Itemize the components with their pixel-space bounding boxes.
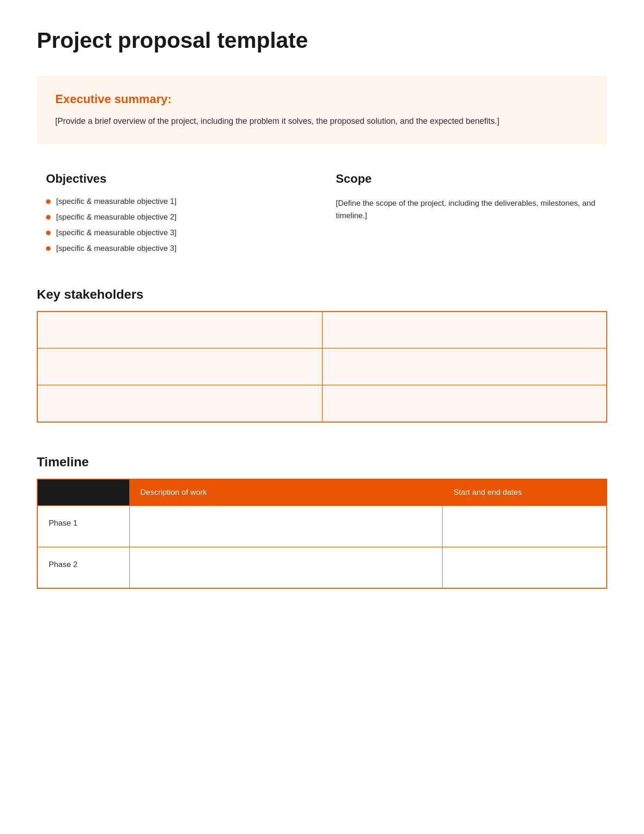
objective-text: [specific & measurable objective 3]: [56, 228, 177, 237]
timeline-phase1-dates[interactable]: [443, 505, 607, 547]
timeline-phase2-row: Phase 2: [37, 547, 607, 588]
timeline-section: Timeline Description of work Start and e…: [37, 455, 607, 589]
objective-text: [specific & measurable objective 1]: [56, 197, 177, 206]
scope-column: Scope [Define the scope of the project, …: [336, 172, 598, 260]
objectives-title: Objectives: [46, 172, 308, 186]
stakeholder-col2[interactable]: [322, 385, 607, 422]
page-title: Project proposal template: [37, 28, 607, 53]
executive-summary-text: [Provide a brief overview of the project…: [55, 115, 589, 128]
objective-text: [specific & measurable objective 3]: [56, 244, 177, 253]
list-item: [specific & measurable objective 1]: [46, 197, 308, 206]
bullet-icon: [46, 199, 51, 204]
timeline-phase1-label: Phase 1: [37, 505, 129, 547]
timeline-phase1-description[interactable]: [129, 505, 443, 547]
stakeholder-col1[interactable]: [37, 385, 322, 422]
timeline-phase2-dates[interactable]: [443, 547, 607, 588]
table-row: [37, 385, 607, 422]
bullet-icon: [46, 215, 51, 220]
timeline-header-row: Description of work Start and end dates: [37, 479, 607, 506]
bullet-icon: [46, 246, 51, 251]
bullet-icon: [46, 231, 51, 235]
timeline-header-description: Description of work: [129, 479, 443, 506]
scope-text: [Define the scope of the project, includ…: [336, 197, 598, 222]
table-row: [37, 312, 607, 348]
stakeholder-col2[interactable]: [322, 312, 607, 348]
objective-text: [specific & measurable objective 2]: [56, 213, 177, 222]
key-stakeholders-section: Key stakeholders: [37, 287, 607, 423]
key-stakeholders-title: Key stakeholders: [37, 287, 607, 302]
list-item: [specific & measurable objective 3]: [46, 244, 308, 253]
scope-title: Scope: [336, 172, 598, 186]
list-item: [specific & measurable objective 2]: [46, 213, 308, 222]
timeline-phase2-description[interactable]: [129, 547, 443, 588]
stakeholder-col1[interactable]: [37, 348, 322, 385]
table-row: [37, 348, 607, 385]
timeline-phase2-label: Phase 2: [37, 547, 129, 588]
timeline-phase1-row: Phase 1: [37, 505, 607, 547]
executive-summary-title: Executive summary:: [55, 92, 589, 106]
objectives-column: Objectives [specific & measurable object…: [46, 172, 308, 260]
timeline-header-dates: Start and end dates: [443, 479, 607, 506]
timeline-title: Timeline: [37, 455, 607, 469]
timeline-header-col1: [37, 479, 129, 506]
objectives-list: [specific & measurable objective 1] [spe…: [46, 197, 308, 253]
executive-summary-section: Executive summary: [Provide a brief over…: [37, 76, 607, 144]
timeline-table: Description of work Start and end dates …: [37, 479, 607, 589]
list-item: [specific & measurable objective 3]: [46, 228, 308, 237]
objectives-scope-section: Objectives [specific & measurable object…: [37, 172, 607, 260]
stakeholder-col1[interactable]: [37, 312, 322, 348]
stakeholders-table: [37, 311, 607, 423]
stakeholder-col2[interactable]: [322, 348, 607, 385]
